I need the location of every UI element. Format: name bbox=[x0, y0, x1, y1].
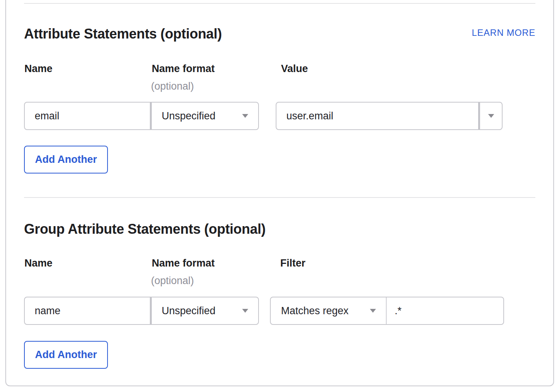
filter-value-cell bbox=[387, 297, 503, 324]
attribute-name-cell bbox=[25, 103, 150, 129]
attribute-value-input[interactable] bbox=[276, 103, 478, 129]
attribute-name-input[interactable] bbox=[25, 103, 150, 129]
attribute-name-format-value: Unspecified bbox=[162, 110, 215, 122]
attribute-name-format-select[interactable]: Unspecified bbox=[152, 103, 258, 129]
column-header-group-name-format: Name format bbox=[152, 257, 215, 269]
filter-value-input[interactable] bbox=[387, 297, 503, 324]
learn-more-link[interactable]: LEARN MORE bbox=[472, 27, 535, 38]
column-header-name-format-optional: (optional) bbox=[151, 80, 194, 92]
column-header-value: Value bbox=[281, 63, 308, 75]
section-divider-middle bbox=[24, 197, 535, 198]
dropdown-arrow-icon bbox=[488, 114, 494, 118]
attribute-name-format-group: Unspecified bbox=[24, 102, 259, 130]
dropdown-arrow-icon bbox=[370, 309, 376, 313]
attribute-value-combo bbox=[276, 102, 503, 130]
column-header-group-name-format-optional: (optional) bbox=[151, 275, 194, 287]
column-header-name-format: Name format bbox=[152, 63, 215, 75]
section-divider-top bbox=[24, 3, 535, 4]
settings-card bbox=[5, 0, 554, 386]
add-another-button-attributes[interactable]: Add Another bbox=[24, 146, 108, 174]
attribute-value-cell bbox=[276, 103, 478, 129]
column-header-group-name: Name bbox=[24, 257, 53, 269]
group-attribute-statements-title: Group Attribute Statements (optional) bbox=[24, 221, 266, 237]
filter-operator-select[interactable]: Matches regex bbox=[271, 297, 386, 324]
group-name-format-group: Unspecified bbox=[24, 297, 259, 325]
dropdown-arrow-icon bbox=[242, 309, 248, 313]
filter-operator-value: Matches regex bbox=[281, 305, 349, 317]
dropdown-arrow-icon bbox=[242, 114, 248, 118]
attribute-value-dropdown-button[interactable] bbox=[480, 103, 502, 129]
attribute-statements-title: Attribute Statements (optional) bbox=[24, 26, 222, 42]
group-name-format-select[interactable]: Unspecified bbox=[152, 297, 258, 324]
group-name-format-value: Unspecified bbox=[162, 305, 215, 317]
column-header-name: Name bbox=[24, 63, 53, 75]
group-filter-combo: Matches regex bbox=[270, 297, 504, 325]
column-header-filter: Filter bbox=[280, 257, 305, 269]
add-another-button-group-attributes[interactable]: Add Another bbox=[24, 341, 108, 369]
group-name-input[interactable] bbox=[25, 297, 150, 324]
group-name-cell bbox=[25, 297, 150, 324]
